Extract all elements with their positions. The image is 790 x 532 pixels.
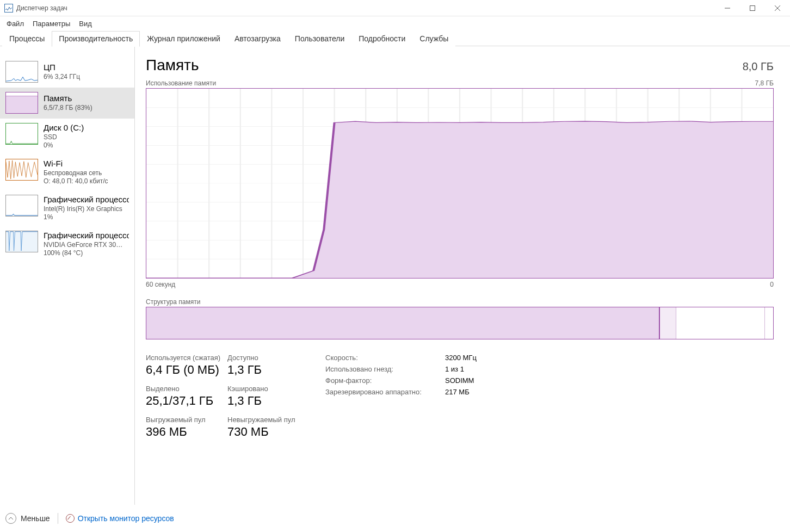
tab-startup[interactable]: Автозагрузка: [227, 30, 288, 46]
page-title: Память: [146, 57, 199, 74]
app-icon: [4, 4, 13, 13]
svg-rect-5: [6, 232, 38, 252]
tab-users[interactable]: Пользователи: [288, 30, 351, 46]
sidebar-label: ЦП: [44, 63, 80, 72]
chevron-up-icon: [5, 513, 16, 524]
nonpaged-value: 730 МБ: [227, 425, 309, 439]
composition-label: Структура памяти: [146, 298, 200, 306]
menubar: Файл Параметры Вид: [0, 16, 790, 30]
sidebar-label: Графический процессор 0: [44, 195, 129, 204]
sidebar-label: Диск 0 (C:): [44, 123, 84, 132]
available-value: 1,3 ГБ: [227, 363, 309, 377]
tab-services[interactable]: Службы: [412, 30, 455, 46]
svg-rect-4: [6, 96, 38, 113]
memory-composition-bar[interactable]: [146, 307, 774, 339]
menu-view[interactable]: Вид: [75, 17, 96, 30]
menu-file[interactable]: Файл: [2, 17, 28, 30]
sidebar-label: Wi-Fi: [44, 159, 108, 168]
performance-panel: Память 8,0 ГБ Использование памяти 7,8 Г…: [135, 47, 790, 505]
axis-left: 60 секунд: [146, 281, 175, 288]
slots-value: 1 из 1: [445, 365, 464, 373]
sidebar-item-disk0[interactable]: Диск 0 (C:)SSD0%: [0, 119, 134, 154]
graph-label-left: Использование памяти: [146, 79, 216, 87]
speed-value: 3200 МГц: [445, 354, 477, 362]
maximize-button[interactable]: [740, 0, 765, 16]
cpu-thumbnail-icon: [5, 61, 38, 83]
composition-in-use: [146, 307, 660, 339]
sidebar-item-wifi[interactable]: Wi-FiБеспроводная сетьО: 48,0 П: 40,0 кб…: [0, 154, 134, 190]
composition-free: [765, 307, 773, 339]
reserved-value: 217 МБ: [445, 388, 470, 396]
composition-modified: [660, 307, 676, 339]
memory-thumbnail-icon: [5, 92, 38, 114]
allocated-value: 25,1/37,1 ГБ: [146, 394, 227, 408]
paged-value: 396 МБ: [146, 425, 227, 439]
disk-thumbnail-icon: [5, 123, 38, 145]
sidebar-item-gpu0[interactable]: Графический процессор 0Intel(R) Iris(R) …: [0, 190, 134, 226]
resource-sidebar: ЦП6% 3,24 ГГц Память6,5/7,8 ГБ (83%) Дис…: [0, 47, 135, 505]
cached-value: 1,3 ГБ: [227, 394, 309, 408]
graph-label-right: 7,8 ГБ: [755, 79, 774, 87]
tab-processes[interactable]: Процессы: [2, 30, 52, 46]
sidebar-item-memory[interactable]: Память6,5/7,8 ГБ (83%): [0, 88, 134, 119]
footer: Меньше Открыть монитор ресурсов: [0, 505, 790, 532]
window-buttons: [715, 0, 790, 16]
form-value: SODIMM: [445, 376, 474, 385]
sidebar-label: Графический процессор 1: [44, 231, 129, 240]
tab-performance[interactable]: Производительность: [52, 31, 140, 47]
memory-usage-graph[interactable]: [146, 88, 774, 279]
composition-standby: [676, 307, 765, 339]
titlebar: Диспетчер задач: [0, 0, 790, 16]
tab-details[interactable]: Подробности: [351, 30, 412, 46]
sidebar-item-cpu[interactable]: ЦП6% 3,24 ГГц: [0, 57, 134, 88]
capacity-value: 8,0 ГБ: [743, 60, 774, 73]
resource-monitor-icon: [66, 514, 75, 523]
tabstrip: Процессы Производительность Журнал прило…: [0, 30, 790, 46]
minimize-button[interactable]: [715, 0, 740, 16]
sidebar-item-gpu1[interactable]: Графический процессор 1NVIDIA GeForce RT…: [0, 226, 134, 262]
used-value: 6,4 ГБ (0 МБ): [146, 363, 227, 377]
menu-options[interactable]: Параметры: [28, 17, 75, 30]
sidebar-label: Память: [44, 94, 92, 103]
wifi-thumbnail-icon: [5, 159, 38, 181]
axis-right: 0: [770, 281, 774, 288]
fewer-details-button[interactable]: Меньше: [5, 513, 50, 524]
open-resource-monitor-link[interactable]: Открыть монитор ресурсов: [66, 514, 174, 523]
close-button[interactable]: [765, 0, 790, 16]
tab-apphistory[interactable]: Журнал приложений: [140, 30, 227, 46]
window-title: Диспетчер задач: [16, 4, 715, 12]
svg-rect-1: [750, 5, 755, 10]
gpu0-thumbnail-icon: [5, 195, 38, 216]
gpu1-thumbnail-icon: [5, 231, 38, 252]
separator: [58, 513, 58, 524]
